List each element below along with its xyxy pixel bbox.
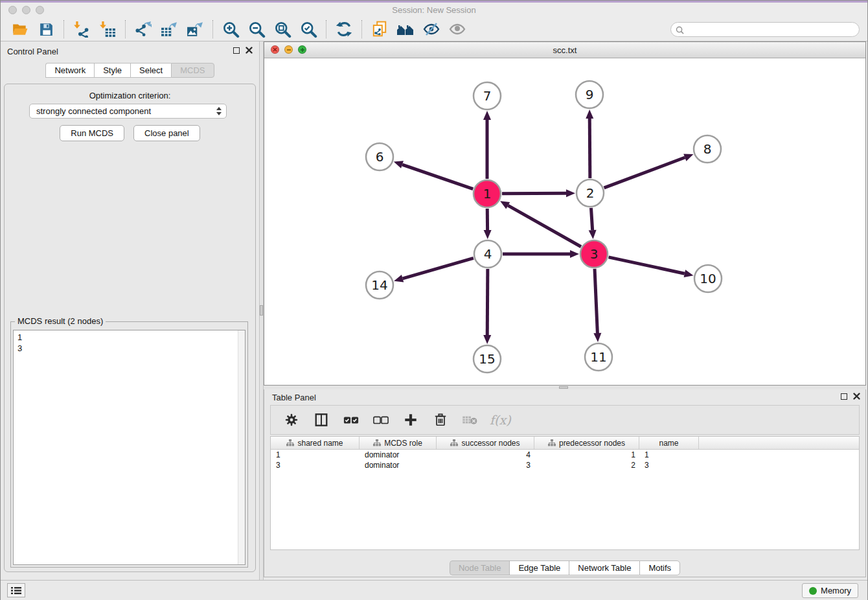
column-type-icon xyxy=(548,439,556,446)
delete-rows-icon[interactable] xyxy=(430,409,451,431)
column-header-shared-name[interactable]: shared name xyxy=(271,437,360,449)
column-header-successor-nodes[interactable]: successor nodes xyxy=(437,437,534,449)
chevron-up-down-icon xyxy=(216,107,222,115)
destroy-table-icon[interactable] xyxy=(460,409,481,431)
column-header-name[interactable]: name xyxy=(639,437,699,449)
cell-predecessor-nodes[interactable]: 1 xyxy=(534,450,639,460)
graph-edge-1-2[interactable] xyxy=(502,193,566,194)
tab-style[interactable]: Style xyxy=(94,63,130,78)
import-network-icon[interactable] xyxy=(69,19,95,40)
cell-shared-name[interactable]: 3 xyxy=(271,460,360,470)
graph-edge-1-6[interactable] xyxy=(402,165,473,189)
control-panel-close-icon[interactable] xyxy=(246,47,253,54)
vertical-splitter-grip[interactable] xyxy=(260,305,263,316)
table-row[interactable]: 1 dominator 4 1 1 xyxy=(271,450,859,460)
graph-node-4[interactable]: 4 xyxy=(474,240,501,268)
tab-network-table[interactable]: Network Table xyxy=(569,560,639,575)
graph-node-9[interactable]: 9 xyxy=(576,81,603,108)
horizontal-splitter-grip[interactable] xyxy=(559,386,568,389)
graph-node-14[interactable]: 14 xyxy=(366,271,393,299)
tab-select[interactable]: Select xyxy=(130,63,171,78)
show-graphics-details-icon[interactable] xyxy=(444,19,470,40)
import-table-icon[interactable] xyxy=(95,19,120,40)
duplicate-network-icon[interactable] xyxy=(367,19,393,40)
svg-text:2: 2 xyxy=(586,185,595,201)
table-panel-close-icon[interactable] xyxy=(853,393,860,400)
optimization-criterion-select[interactable]: strongly connected component xyxy=(29,104,227,119)
cell-name[interactable]: 1 xyxy=(639,450,699,460)
tab-motifs[interactable]: Motifs xyxy=(639,560,680,575)
column-header-mcds-role[interactable]: MCDS role xyxy=(360,437,437,449)
table-settings-icon[interactable] xyxy=(281,409,302,431)
close-panel-button[interactable]: Close panel xyxy=(133,125,200,141)
deselect-all-rows-icon[interactable] xyxy=(371,409,391,431)
tab-network[interactable]: Network xyxy=(45,63,94,78)
zoom-in-icon[interactable] xyxy=(218,19,244,40)
graph-node-7[interactable]: 7 xyxy=(474,82,501,110)
graph-node-11[interactable]: 11 xyxy=(585,343,612,371)
cell-mcds-role[interactable]: dominator xyxy=(360,460,437,470)
graph-node-3[interactable]: 3 xyxy=(580,240,608,268)
vertical-splitter[interactable] xyxy=(259,41,264,580)
column-type-icon xyxy=(373,439,381,446)
table-row[interactable]: 3 dominator 3 2 3 xyxy=(271,460,859,470)
network-graph: 7968124314101511 xyxy=(264,58,865,385)
run-mcds-button[interactable]: Run MCDS xyxy=(60,125,124,141)
hide-graphics-details-icon[interactable] xyxy=(418,19,444,40)
memory-button[interactable]: Memory xyxy=(802,583,858,598)
add-row-icon[interactable] xyxy=(400,409,421,431)
cell-successor-nodes[interactable]: 4 xyxy=(437,450,534,460)
cell-successor-nodes[interactable]: 3 xyxy=(437,460,534,470)
graph-node-8[interactable]: 8 xyxy=(694,135,721,163)
export-image-icon[interactable] xyxy=(182,19,208,40)
graph-edge-4-15[interactable] xyxy=(487,269,488,335)
function-builder-icon[interactable]: f(x) xyxy=(490,413,511,427)
graph-edge-2-9[interactable] xyxy=(589,119,590,178)
graph-edge-2-8[interactable] xyxy=(604,157,685,188)
tab-mcds[interactable]: MCDS xyxy=(171,63,214,78)
graph-node-2[interactable]: 2 xyxy=(577,179,604,207)
save-session-icon[interactable] xyxy=(33,19,59,40)
zoom-fit-icon[interactable] xyxy=(269,19,295,40)
graph-node-15[interactable]: 15 xyxy=(474,345,501,373)
search-input[interactable] xyxy=(670,22,860,37)
export-network-icon[interactable] xyxy=(130,19,156,40)
show-columns-icon[interactable] xyxy=(311,409,332,431)
table-panel-float-icon[interactable] xyxy=(841,393,847,400)
cell-mcds-role[interactable]: dominator xyxy=(360,450,437,460)
export-table-icon[interactable] xyxy=(156,19,182,40)
open-session-icon[interactable] xyxy=(7,19,33,40)
network-view-titlebar[interactable]: scc.txt xyxy=(264,42,865,58)
mcds-result-scrollbar[interactable] xyxy=(238,330,245,564)
cell-name[interactable]: 3 xyxy=(639,460,699,470)
toolbar-separator xyxy=(63,20,64,38)
cell-predecessor-nodes[interactable]: 2 xyxy=(534,460,639,470)
graph-edge-3-11[interactable] xyxy=(595,269,597,333)
graph-node-1[interactable]: 1 xyxy=(474,180,501,207)
select-all-rows-icon[interactable] xyxy=(341,409,361,431)
tab-node-table[interactable]: Node Table xyxy=(450,560,510,575)
mcds-result-box[interactable]: 1 3 xyxy=(13,330,246,565)
graph-edge-3-1[interactable] xyxy=(508,205,581,247)
show-all-network-views-icon[interactable] xyxy=(393,19,418,40)
apply-preferred-layout-icon[interactable] xyxy=(331,19,357,40)
network-canvas[interactable]: 7968124314101511 xyxy=(264,58,865,385)
table-panel-tabs: Node Table Edge Table Network Table Moti… xyxy=(264,560,865,575)
control-panel-header: Control Panel xyxy=(1,41,259,61)
column-header-predecessor-nodes[interactable]: predecessor nodes xyxy=(534,437,639,449)
graph-edge-4-14[interactable] xyxy=(403,258,474,278)
graph-edge-3-10[interactable] xyxy=(608,257,684,273)
task-history-button[interactable] xyxy=(7,583,25,597)
svg-text:6: 6 xyxy=(376,149,384,165)
zoom-selected-icon[interactable] xyxy=(295,19,321,40)
zoom-out-icon[interactable] xyxy=(244,19,269,40)
toolbar-separator xyxy=(212,20,213,38)
graph-node-6[interactable]: 6 xyxy=(366,143,393,170)
control-panel-float-icon[interactable] xyxy=(233,47,240,54)
graph-edge-2-3[interactable] xyxy=(591,208,592,230)
graph-node-10[interactable]: 10 xyxy=(694,265,722,292)
cell-shared-name[interactable]: 1 xyxy=(271,450,360,460)
network-view-window: scc.txt 7968124314101511 xyxy=(264,41,866,386)
tab-edge-table[interactable]: Edge Table xyxy=(509,560,569,575)
svg-text:4: 4 xyxy=(484,246,492,262)
